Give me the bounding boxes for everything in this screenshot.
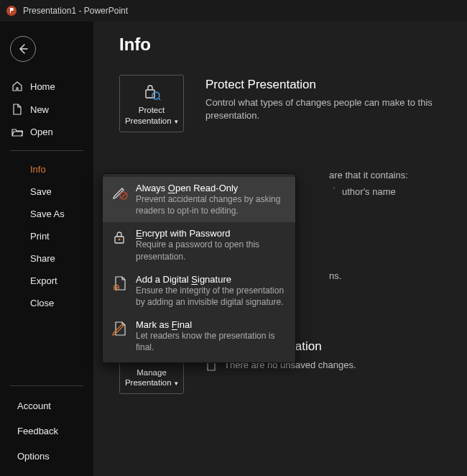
protect-button-label: Protect Presentation ▾ — [125, 105, 178, 126]
nav-open[interactable]: Open — [0, 121, 93, 143]
home-icon — [11, 81, 23, 92]
powerpoint-icon — [6, 5, 17, 17]
new-icon — [11, 104, 23, 115]
main: Home New Open Info Save Save As — [0, 22, 467, 476]
nav-export-label: Export — [30, 275, 57, 286]
menu-item-desc: Require a password to open this presenta… — [136, 239, 287, 262]
nav-account[interactable]: Account — [0, 393, 93, 418]
back-button[interactable] — [10, 36, 36, 62]
nav-share-label: Share — [30, 253, 55, 264]
menu-mark-as-final[interactable]: Mark as Final Let readers know the prese… — [103, 313, 295, 359]
protect-presentation-button[interactable]: Protect Presentation ▾ — [119, 75, 184, 132]
nav-options-label: Options — [17, 451, 50, 462]
menu-item-title: Always Open Read-Only — [136, 183, 287, 193]
info-content: Info Protect Presentation ▾ Pr — [93, 22, 467, 476]
menu-add-digital-signature[interactable]: Add a Digital Signature Ensure the integ… — [103, 268, 295, 313]
menu-encrypt-with-password[interactable]: Encrypt with Password Require a password… — [103, 222, 295, 267]
nav-new[interactable]: New — [0, 98, 93, 121]
nav-feedback[interactable]: Feedback — [0, 418, 93, 444]
read-only-icon — [111, 183, 129, 216]
nav-home-label: Home — [30, 81, 55, 92]
separator — [10, 150, 83, 151]
chevron-down-icon: ▾ — [173, 380, 179, 387]
nav-options[interactable]: Options — [0, 444, 93, 469]
protect-title: Protect Presentation — [205, 78, 445, 92]
nav-new-label: New — [30, 104, 49, 115]
protect-dropdown: Always Open Read-Only Prevent accidental… — [102, 173, 296, 363]
nav-save-label: Save — [30, 186, 52, 197]
nav-info[interactable]: Info — [0, 158, 93, 180]
chevron-down-icon: ▾ — [173, 118, 179, 125]
menu-item-desc: Prevent accidental changes by asking rea… — [136, 193, 287, 216]
nav-close[interactable]: Close — [0, 292, 93, 314]
page-title: Info — [119, 35, 445, 55]
final-icon — [111, 319, 129, 353]
encrypt-icon — [111, 228, 129, 262]
nav-open-label: Open — [30, 127, 53, 137]
lock-icon — [142, 81, 162, 101]
menu-item-title: Add a Digital Signature — [136, 274, 287, 285]
inspect-visible-text: are that it contains: uthor's name ns. — [326, 168, 445, 283]
nav-info-label: Info — [30, 164, 46, 175]
protect-desc: Control what types of changes people can… — [205, 96, 445, 122]
manage-button-label: Manage Presentation ▾ — [125, 367, 178, 388]
separator — [10, 385, 83, 386]
nav-print[interactable]: Print — [0, 225, 93, 247]
menu-item-title: Mark as Final — [136, 319, 287, 330]
nav-home[interactable]: Home — [0, 75, 93, 98]
nav-export[interactable]: Export — [0, 270, 93, 292]
menu-item-title: Encrypt with Password — [136, 228, 287, 239]
nav-close-label: Close — [30, 298, 54, 308]
back-arrow-icon — [17, 43, 29, 55]
nav-save-as[interactable]: Save As — [0, 203, 93, 225]
titlebar: Presentation1 - PowerPoint — [0, 0, 467, 22]
nav-save-as-label: Save As — [30, 209, 65, 219]
nav-share[interactable]: Share — [0, 247, 93, 270]
nav-print-label: Print — [30, 231, 50, 242]
open-icon — [11, 127, 23, 137]
menu-item-desc: Let readers know the presentation is fin… — [136, 330, 287, 353]
nav-account-label: Account — [17, 401, 51, 411]
window-title: Presentation1 - PowerPoint — [23, 6, 128, 16]
nav-feedback-label: Feedback — [17, 426, 58, 436]
menu-item-desc: Ensure the integrity of the presentation… — [136, 285, 287, 308]
backstage-sidebar: Home New Open Info Save Save As — [0, 22, 93, 476]
menu-always-open-read-only[interactable]: Always Open Read-Only Prevent accidental… — [103, 177, 295, 222]
protect-body: Protect Presentation Control what types … — [205, 75, 445, 132]
protect-section: Protect Presentation ▾ Protect Presentat… — [119, 75, 445, 132]
nav-save[interactable]: Save — [0, 180, 93, 203]
signature-icon — [111, 274, 129, 308]
svg-point-2 — [152, 92, 159, 99]
svg-point-6 — [119, 239, 121, 241]
sidebar-bottom: Account Feedback Options — [0, 378, 93, 476]
